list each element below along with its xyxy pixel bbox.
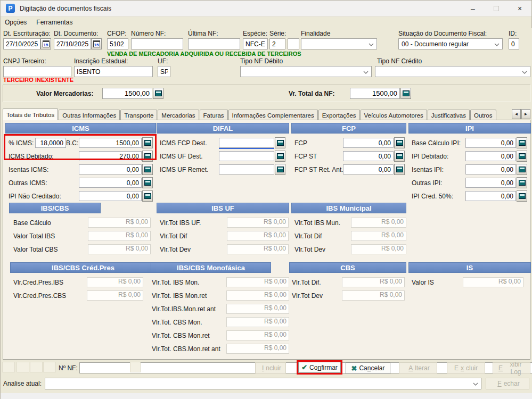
serie-label: Série: [269,30,285,37]
especie-input[interactable] [243,38,268,49]
icms-uf-remet-label: ICMS UF Remet. [160,166,219,173]
finalidade-select[interactable] [301,38,377,49]
tab-outras-informacoes[interactable]: Outras Informações [59,110,120,120]
numero-nf-input[interactable] [131,38,183,49]
vlr-tot-dev-field: R$ 0,00 [342,290,405,301]
isentas-ipi-field[interactable] [465,164,516,174]
isentas-icms-field[interactable] [79,164,142,174]
menu-item-ferramentas[interactable]: Ferramentas [36,19,72,26]
cancelar-button[interactable]: ✖ Cancelar [346,362,390,374]
tab-totais-de-tributos[interactable]: Totais de Tributos [3,109,58,120]
minimize-button[interactable]: – [461,1,485,16]
base-calculo-ipi-calc-button[interactable] [517,137,527,148]
calculator-icon [396,153,403,159]
nnf-aux-button [130,362,141,372]
excluir-button: Excluir [447,362,485,374]
b-c-field[interactable] [79,138,142,148]
uf-input[interactable] [158,66,170,77]
x-icon: ✖ [351,365,357,372]
icms-uf-dest-calc-button[interactable] [275,151,285,162]
icms-debitado-field[interactable] [79,151,142,161]
ipi-cred-50-field[interactable] [465,191,516,201]
aux-input[interactable] [288,38,299,49]
valor-mercadorias-label: Valor Mercadorias: [36,90,93,97]
base-calculo-ipi-field[interactable] [465,138,516,148]
situacao-select[interactable]: 00 - Documento regular [398,38,503,49]
ultima-nf-input[interactable] [188,38,240,49]
cfop-label: CFOP: [107,30,128,37]
serie-input[interactable] [269,38,285,49]
fcp-st-calc-button[interactable] [394,151,405,162]
icms-uf-dest-field[interactable] [219,151,274,161]
dt-escrituracao-input[interactable] [3,38,40,49]
vlr-tot-dev-field: R$ 0,00 [227,244,289,254]
ibs-municipal-section-header: IBS Municipal [291,203,406,213]
fcp-st-ret-ant-calc-button[interactable] [394,164,405,175]
icms-fcp-dest-calc-button[interactable] [275,137,285,148]
valor-total-cbs-field: R$ 0,00 [88,244,151,254]
outras-ipi-calc-button[interactable] [517,177,527,188]
valor-mercadorias-input[interactable] [102,88,152,99]
tab-exportacoes[interactable]: Exportações [318,110,360,120]
fcp-field[interactable] [343,138,394,148]
tab-outros[interactable]: Outros [470,110,496,120]
ibs-cbs-section: IBS/CBSBase CálculoR$ 0,00Valor Total IB… [9,203,156,256]
ipi-nao-creditado-field[interactable] [79,191,142,201]
chevron-down-icon [494,40,500,48]
tipo-nf-debito-select[interactable] [240,66,372,77]
confirmar-button[interactable]: ✔ Confirmar [298,362,341,373]
outras-icms-field[interactable] [79,178,142,188]
analise-atual-label: Analise atual: [3,380,42,387]
tab-transporte[interactable]: Transporte [120,110,157,120]
icms-uf-remet-calc-button[interactable] [275,164,285,175]
menu-item-opcoes[interactable]: Opções [5,19,27,26]
inscricao-estadual-input[interactable] [74,66,153,77]
isentas-ipi-calc-button[interactable] [517,164,527,175]
vr-total-nf-input[interactable] [350,88,400,99]
isentas-icms-calc-button[interactable] [142,164,153,175]
vlr-tot-cbs-mon-label: Vlr.Tot. CBS Mon. [152,319,226,326]
vlr-tot-dev-label: Vlr.Tot Dev [160,246,227,253]
tab-scroll-left-button[interactable]: ◄ [512,109,521,119]
analise-atual-select[interactable] [45,378,481,389]
ipi-debitado-calc-button[interactable] [517,151,527,162]
ipi-debitado-field[interactable] [465,151,516,161]
tab-informacoes-complementares[interactable]: Informações Complementares [228,110,318,120]
serie-group: Série: [269,30,285,49]
vr-total-nf-calc-button[interactable] [400,88,411,99]
fcp-st-ret-ant-field[interactable] [343,164,394,174]
fcp-calc-button[interactable] [394,137,405,148]
tab-faturas[interactable]: Faturas [200,110,228,120]
icms-fcp-dest-field[interactable] [219,138,274,148]
tab-veiculos-automotores[interactable]: Veículos Automotores [361,110,427,120]
dt-escrituracao-calendar-button[interactable]: 15 [40,38,51,49]
icms-uf-remet-field[interactable] [219,164,274,174]
isentas-icms-label: Isentas ICMS: [9,166,79,173]
vlr-tot-ibs-mon-label: Vlr.Tot. IBS Mon. [152,279,226,286]
fcp-section: FCPFCPFCP STFCP ST Ret. Ant. [291,123,406,176]
id-input[interactable] [509,38,519,49]
calendar-icon: 15 [43,40,50,47]
ipi-cred-50-calc-button[interactable] [517,190,527,202]
outras-icms-calc-button[interactable] [142,177,153,188]
tipo-nf-credito-select[interactable] [375,66,530,77]
is-section-header: IS [408,262,531,273]
tab-justificativas[interactable]: Justificativas [428,110,470,120]
icms-debitado-calc-button[interactable] [142,151,153,162]
tab-mercadorias[interactable]: Mercadorias [158,110,199,120]
tab-scroll-right-button[interactable]: ► [521,109,530,119]
close-button[interactable]: × [508,1,531,16]
vlr-tot-cbs-mon-ret-ant-label: Vlr.Tot. CBS.Mon.ret ant [152,345,226,353]
outras-ipi-field[interactable] [465,178,516,188]
icms-field[interactable] [35,138,66,148]
cbs-section-header: CBS [289,262,406,273]
ipi-nao-creditado-calc-button[interactable] [142,190,153,202]
dt-documento-calendar-button[interactable]: 15 [91,38,102,49]
cnpj-terceiro-input[interactable] [3,66,71,77]
fcp-st-field[interactable] [343,151,394,161]
base-calculo-field: R$ 0,00 [88,218,151,228]
dt-documento-input[interactable] [54,38,91,49]
b-c-calc-button[interactable] [142,137,153,148]
cfop-input[interactable] [107,38,128,49]
valor-mercadorias-calc-button[interactable] [153,88,163,99]
